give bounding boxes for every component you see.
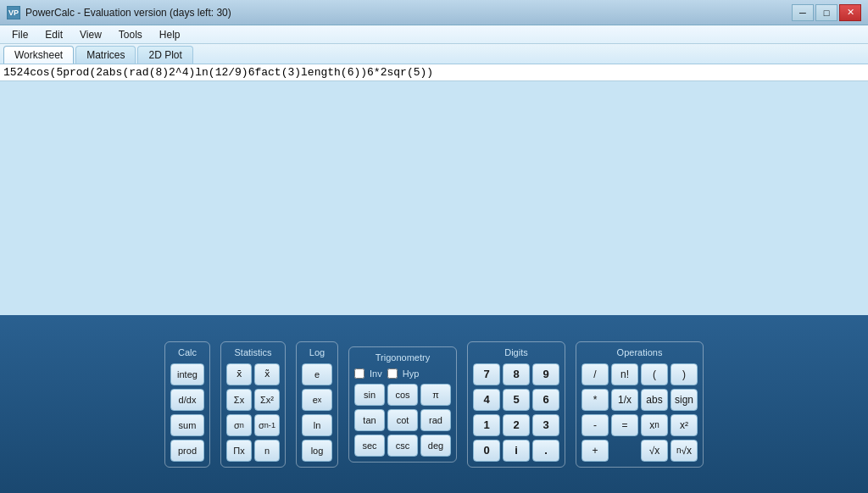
op-row-2: * 1/x abs sign [581,389,698,411]
btn-tan[interactable]: tan [354,409,385,431]
tabbar: Worksheet Matrices 2D Plot [0,44,868,64]
log-row-1: e [302,363,332,385]
titlebar-left: VP PowerCalc - Evaluation version (days … [7,6,231,19]
btn-lparen[interactable]: ( [641,363,668,385]
btn-8[interactable]: 8 [503,363,530,385]
btn-rad[interactable]: rad [420,409,451,431]
btn-n[interactable]: n [254,440,280,462]
stat-row-2: Σx Σx² [226,389,280,411]
btn-rparen[interactable]: ) [670,363,698,385]
btn-pix[interactable]: Πx [226,440,252,462]
statistics-group-title: Statistics [226,347,280,357]
btn-deg[interactable]: deg [420,435,451,457]
btn-abs[interactable]: abs [641,389,668,411]
btn-sumx[interactable]: Σx [226,389,252,411]
app-logo: VP [7,6,20,19]
op-row-4: + √x n√x [581,440,698,462]
btn-multiply[interactable]: * [581,389,609,411]
btn-pi[interactable]: π [420,384,451,406]
btn-sum[interactable]: sum [170,414,204,436]
btn-cos[interactable]: cos [387,384,418,406]
btn-3[interactable]: 3 [532,414,559,436]
btn-sumx2[interactable]: Σx² [254,389,280,411]
statistics-group: Statistics x̄ x̃ Σx Σx² σn σn-1 Πx n [220,341,286,468]
btn-9[interactable]: 9 [532,363,559,385]
hyp-label: Hyp [403,368,420,379]
menu-view[interactable]: View [71,27,110,42]
btn-mean[interactable]: x̄ [226,363,252,385]
tab-2dplot[interactable]: 2D Plot [137,46,192,64]
btn-sec[interactable]: sec [354,435,385,457]
minimize-button[interactable]: ─ [792,4,814,21]
log-row-4: log [302,440,332,462]
operations-group-title: Operations [581,347,698,357]
btn-6[interactable]: 6 [532,389,559,411]
btn-x2[interactable]: x² [670,414,698,436]
btn-i[interactable]: i [503,440,530,462]
btn-sqrt[interactable]: √x [641,440,668,462]
bottom-panel: Calc integ d/dx sum prod Statistics x̄ x… [0,315,868,493]
btn-4[interactable]: 4 [473,389,500,411]
trig-row-2: tan cot rad [354,409,451,431]
trig-group: Trigonometry Inv Hyp sin cos π tan cot r… [348,346,457,463]
stat-row-3: σn σn-1 [226,414,280,436]
btn-log[interactable]: log [302,440,332,462]
btn-median[interactable]: x̃ [254,363,280,385]
log-row-2: ex [302,389,332,411]
tab-matrices[interactable]: Matrices [75,46,136,64]
hyp-checkbox[interactable] [387,368,398,379]
op-row-1: / n! ( ) [581,363,698,385]
menu-help[interactable]: Help [151,27,189,42]
btn-cot[interactable]: cot [387,409,418,431]
btn-csc[interactable]: csc [387,435,418,457]
btn-subtract[interactable]: - [581,414,609,436]
btn-1[interactable]: 1 [473,414,500,436]
calc-row-3: sum [170,414,204,436]
btn-nthroot[interactable]: n√x [670,440,698,462]
btn-dot[interactable]: . [532,440,559,462]
btn-integ[interactable]: integ [170,363,204,385]
close-button[interactable]: ✕ [839,4,861,21]
btn-7[interactable]: 7 [473,363,500,385]
btn-xn[interactable]: xn [641,414,668,436]
menubar: File Edit View Tools Help [0,25,868,44]
dig-row-4: 0 i . [473,440,559,462]
worksheet-canvas [0,81,868,315]
dig-row-1: 7 8 9 [473,363,559,385]
btn-sigman1[interactable]: σn-1 [254,414,280,436]
inv-label: Inv [370,368,382,379]
inv-checkbox[interactable] [354,368,364,379]
menu-file[interactable]: File [3,27,36,42]
calc-row-4: prod [170,440,204,462]
btn-reciprocal[interactable]: 1/x [611,389,638,411]
btn-0[interactable]: 0 [473,440,500,462]
tab-worksheet[interactable]: Worksheet [3,46,74,64]
log-row-3: ln [302,414,332,436]
btn-e[interactable]: e [302,363,332,385]
btn-2[interactable]: 2 [503,414,530,436]
menu-edit[interactable]: Edit [36,27,71,42]
btn-factorial[interactable]: n! [611,363,638,385]
btn-ex[interactable]: ex [302,389,332,411]
btn-sigman[interactable]: σn [226,414,252,436]
btn-equals[interactable]: = [611,414,638,436]
calc-row-1: integ [170,363,204,385]
btn-sign[interactable]: sign [670,389,698,411]
btn-prod[interactable]: prod [170,440,204,462]
restore-button[interactable]: □ [815,4,837,21]
worksheet-input[interactable] [3,66,865,79]
trig-check-row: Inv Hyp [354,368,451,379]
btn-divide[interactable]: / [581,363,609,385]
calc-group: Calc integ d/dx sum prod [164,341,210,468]
operations-group: Operations / n! ( ) * 1/x abs sign - = x… [576,341,704,468]
menu-tools[interactable]: Tools [110,27,151,42]
digits-group: Digits 7 8 9 4 5 6 1 2 3 0 i . [467,341,565,468]
btn-sin[interactable]: sin [354,384,385,406]
calc-group-title: Calc [170,347,204,357]
worksheet-input-row [0,64,868,81]
btn-ln[interactable]: ln [302,414,332,436]
log-group-title: Log [302,347,332,357]
btn-add[interactable]: + [581,440,609,462]
btn-5[interactable]: 5 [503,389,530,411]
btn-ddx[interactable]: d/dx [170,389,204,411]
